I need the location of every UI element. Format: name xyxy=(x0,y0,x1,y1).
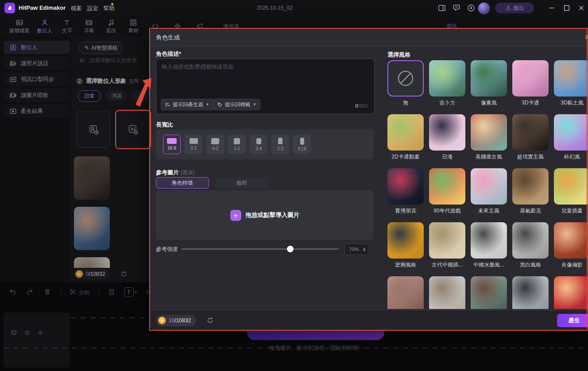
ratio-shape-icon xyxy=(256,138,261,144)
ratio-shape-icon xyxy=(167,138,177,144)
close-window-icon[interactable] xyxy=(577,4,586,12)
ratio-shape-icon xyxy=(300,138,304,145)
tag-icon xyxy=(217,102,223,108)
minimize-icon[interactable] xyxy=(547,4,556,12)
style-thumbnail xyxy=(387,168,424,205)
style-thumbnail xyxy=(429,222,465,259)
style-option-科幻風[interactable]: 科幻風 xyxy=(554,114,588,168)
maximize-icon[interactable] xyxy=(562,4,571,12)
character-generation-modal: 角色生成 ✕ 角色描述* 提示詞產生器 ▼ 提示詞標籤 ▼ 0/800 長寬比 … xyxy=(150,28,588,329)
chevron-down-icon: ▼ xyxy=(205,102,209,107)
stepper-arrows[interactable] xyxy=(363,247,368,251)
menu-settings[interactable]: 設定 xyxy=(87,5,98,12)
style-thumbnail xyxy=(387,222,424,259)
style-option-像素風[interactable]: 像素風 xyxy=(471,60,507,114)
style-option-日漫[interactable]: 日漫 xyxy=(429,114,465,168)
style-option-90年代遊戲[interactable]: 90年代遊戲 xyxy=(429,168,465,222)
image-dropzone[interactable]: ＋ 拖放或點擊導入圖片 xyxy=(156,190,374,240)
style-option-黑白風格[interactable]: 黑白風格 xyxy=(512,222,549,276)
style-name: 吉卜力 xyxy=(429,99,465,107)
ratio-option-1:1[interactable]: 1:1 xyxy=(228,135,246,154)
style-name: 黑白風格 xyxy=(512,261,549,269)
user-avatar[interactable] xyxy=(478,2,490,15)
ratio-shape-icon xyxy=(211,138,219,144)
style-option-古代中國插...[interactable]: 古代中國插... xyxy=(429,222,465,276)
style-option-賽博朋克[interactable]: 賽博朋克 xyxy=(387,168,424,222)
description-box: 提示詞產生器 ▼ 提示詞標籤 ▼ 0/800 xyxy=(156,58,375,114)
style-option-塗鴉風格[interactable]: 塗鴉風格 xyxy=(387,222,424,276)
style-option[interactable] xyxy=(512,276,549,309)
style-option[interactable] xyxy=(387,276,424,309)
description-input[interactable] xyxy=(161,62,370,96)
slider-handle[interactable] xyxy=(287,246,294,252)
style-option-2D卡通動畫[interactable]: 2D卡通動畫 xyxy=(387,114,424,168)
style-option-吉卜力[interactable]: 吉卜力 xyxy=(429,60,465,114)
reference-image-label: 參考圖片 (選填) xyxy=(156,169,195,177)
ratio-option-9:16[interactable]: 9:16 xyxy=(293,135,311,154)
style-option-中國水墨風...[interactable]: 中國水墨風... xyxy=(471,222,507,276)
aspect-ratio-box: 16:93:24:31:13:42:39:16 xyxy=(156,129,374,159)
download-icon[interactable] xyxy=(467,4,476,12)
style-thumbnail xyxy=(554,222,588,259)
style-option-蒸氣龐克[interactable]: 蒸氣龐克 xyxy=(512,168,549,222)
document-title: 2025-10-15_02 xyxy=(186,5,363,11)
strength-value: 70% xyxy=(345,247,363,252)
style-option-未來主義[interactable]: 未來主義 xyxy=(471,168,507,222)
ratio-option-4:3[interactable]: 4:3 xyxy=(206,135,224,154)
menu-help[interactable]: 幫助 xyxy=(104,5,115,12)
style-name: 像素風 xyxy=(471,99,507,107)
ratio-option-2:3[interactable]: 2:3 xyxy=(271,135,289,154)
style-name: 肖像攝影 xyxy=(554,261,588,269)
prompt-generator-dropdown[interactable]: 提示詞產生器 ▼ xyxy=(161,99,213,110)
style-name: 無 xyxy=(387,99,424,107)
style-option[interactable] xyxy=(554,276,588,309)
credits-refresh-icon[interactable] xyxy=(206,317,214,324)
style-name: 未來主義 xyxy=(471,207,507,215)
style-thumbnail xyxy=(471,168,507,205)
ratio-option-3:2[interactable]: 3:2 xyxy=(185,135,202,154)
style-name: 科幻風 xyxy=(554,153,588,161)
style-thumbnail xyxy=(387,276,424,309)
plus-icon: ＋ xyxy=(230,210,241,221)
reference-strength-slider[interactable] xyxy=(182,248,339,250)
style-thumbnail xyxy=(554,60,588,97)
tab-character-features[interactable]: 角色特徵 xyxy=(156,177,209,189)
style-option-兒童插畫[interactable]: 兒童插畫 xyxy=(554,168,588,222)
style-name: 兒童插畫 xyxy=(554,207,588,215)
feedback-icon[interactable] xyxy=(452,4,461,12)
style-name: 塗鴉風格 xyxy=(387,261,424,269)
strength-value-box[interactable]: 70% xyxy=(344,243,368,255)
style-option[interactable] xyxy=(471,276,507,309)
style-option-3D黏土風[interactable]: 3D黏土風 xyxy=(554,60,588,114)
generate-button[interactable]: 產生 xyxy=(557,314,588,327)
strength-label: 參考強度 xyxy=(156,246,178,253)
style-option[interactable] xyxy=(429,276,465,309)
style-thumbnail xyxy=(512,60,549,97)
style-name: 超現實主義 xyxy=(512,153,549,161)
style-name: 3D黏土風 xyxy=(554,99,588,107)
style-option-無[interactable]: 無 xyxy=(387,60,424,114)
layout-panels-icon[interactable] xyxy=(437,4,446,12)
modal-footer: AI 10/10832 產生 xyxy=(150,310,588,330)
style-option-美國復古風[interactable]: 美國復古風 xyxy=(471,114,507,168)
ratio-option-16:9[interactable]: 16:9 xyxy=(163,135,181,154)
menu-file[interactable]: 檔案 xyxy=(71,5,82,12)
style-thumbnail xyxy=(512,222,549,259)
style-name: 蒸氣龐克 xyxy=(512,207,549,215)
style-option-肖像攝影[interactable]: 肖像攝影 xyxy=(554,222,588,276)
export-button[interactable]: 匯出 xyxy=(495,3,534,13)
style-thumbnail xyxy=(554,114,588,151)
ratio-option-3:4[interactable]: 3:4 xyxy=(250,135,267,154)
ratio-shape-icon xyxy=(190,138,198,144)
style-thumbnail xyxy=(554,168,588,205)
prompt-tags-dropdown[interactable]: 提示詞標籤 ▼ xyxy=(213,99,260,110)
style-thumbnail xyxy=(429,60,465,97)
style-name: 古代中國插... xyxy=(429,261,465,269)
style-option-超現實主義[interactable]: 超現實主義 xyxy=(512,114,549,168)
modal-close-icon[interactable]: ✕ xyxy=(583,33,588,42)
style-thumbnail xyxy=(512,168,549,205)
style-thumbnail xyxy=(512,276,549,309)
tab-face[interactable]: 臉部 xyxy=(215,177,268,189)
ratio-shape-icon xyxy=(234,138,240,144)
style-option-3D卡通[interactable]: 3D卡通 xyxy=(512,60,549,114)
